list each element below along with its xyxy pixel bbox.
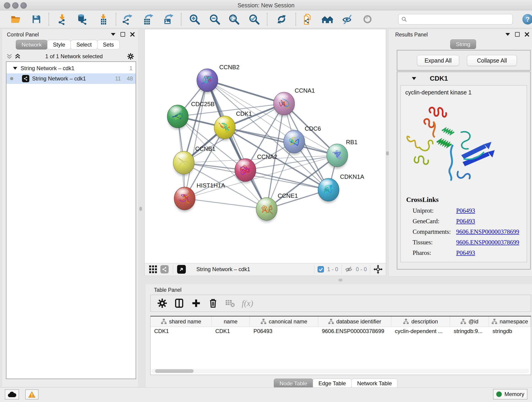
- collapse-all-chevrons-icon[interactable]: [6, 53, 13, 60]
- expand-all-button[interactable]: Expand All: [417, 55, 459, 66]
- tab-node-table[interactable]: Node Table: [274, 379, 313, 388]
- network-row-selected[interactable]: String Network – cdk1 11 48: [6, 73, 136, 84]
- network-node-CCNB2[interactable]: CCNB2: [197, 64, 239, 94]
- table-horizontal-scrollbar[interactable]: [152, 369, 529, 373]
- node-label: CCNB2: [219, 64, 239, 70]
- network-options-gear-icon[interactable]: [127, 53, 134, 60]
- float-panel-icon[interactable]: [120, 32, 125, 37]
- import-network-database-button[interactable]: [76, 13, 88, 26]
- network-canvas[interactable]: CCNB2CCNA1CDC25BCDK1CDC6RB1CCNB1CCNA2CDK…: [145, 29, 386, 275]
- grid-view-icon[interactable]: [149, 265, 157, 274]
- cloud-status-button[interactable]: [5, 389, 19, 400]
- table-cell-database-identifier[interactable]: 9606.ENSP00000378699: [318, 328, 391, 334]
- crosslink-compartments-link[interactable]: 9606.ENSP00000378699: [456, 228, 519, 235]
- gene-entry-header[interactable]: CDK1: [397, 72, 530, 85]
- table-cell-description[interactable]: cyclin-dependent ...: [391, 328, 450, 334]
- table-row[interactable]: CDK1CDK1P064939606.ENSP00000378699cyclin…: [151, 327, 531, 336]
- column-header-database-identifier[interactable]: database identifier: [318, 317, 391, 327]
- network-node-HIST1H1A[interactable]: HIST1H1A: [174, 182, 225, 212]
- show-columns-button[interactable]: [174, 298, 184, 308]
- right-splitter-handle[interactable]: [386, 151, 389, 155]
- help-button[interactable]: ?: [522, 14, 532, 25]
- column-header-name[interactable]: name: [212, 317, 250, 327]
- crosslink-tissues-link[interactable]: 9606.ENSP00000378699: [456, 239, 519, 246]
- close-panel-icon[interactable]: [525, 32, 529, 37]
- crosslink-genecard-link[interactable]: P06493: [456, 218, 475, 225]
- selected-checkbox-icon[interactable]: [317, 266, 324, 273]
- home-button[interactable]: [321, 13, 334, 26]
- delete-table-button[interactable]: [225, 298, 235, 308]
- table-cell-namespace[interactable]: stringdb: [489, 328, 531, 334]
- function-builder-button[interactable]: f(x): [242, 298, 253, 308]
- clone-network-button[interactable]: [301, 13, 313, 26]
- window-title: Session: New Session: [0, 0, 532, 11]
- memory-button[interactable]: Memory: [493, 389, 527, 400]
- zoom-fit-button[interactable]: [228, 13, 240, 26]
- close-panel-icon[interactable]: [130, 32, 135, 37]
- network-node-RB1[interactable]: RB1: [327, 139, 358, 169]
- import-network-file-button[interactable]: [56, 13, 68, 26]
- table-cell-shared-name[interactable]: CDK1: [151, 328, 212, 334]
- export-table-button[interactable]: [142, 13, 154, 26]
- tab-select[interactable]: Select: [70, 40, 97, 50]
- zoom-out-button[interactable]: [209, 13, 221, 26]
- collection-expand-icon[interactable]: [13, 66, 17, 70]
- crosslink-pharos-link[interactable]: P06493: [456, 249, 475, 256]
- import-table-file-button[interactable]: [97, 13, 109, 26]
- panel-menu-icon[interactable]: [505, 33, 510, 36]
- network-edge[interactable]: [185, 80, 207, 198]
- column-header--id[interactable]: @id: [450, 317, 489, 327]
- add-column-button[interactable]: [191, 298, 201, 308]
- navbar-separator: [173, 265, 173, 274]
- export-network-button[interactable]: [121, 13, 133, 26]
- export-image-button[interactable]: [162, 13, 174, 26]
- collapse-all-button[interactable]: Collapse All: [467, 55, 517, 66]
- delete-column-button[interactable]: [208, 298, 218, 308]
- search-input[interactable]: [409, 16, 510, 23]
- scrollbar-thumb[interactable]: [155, 369, 194, 373]
- expand-all-chevrons-icon[interactable]: [14, 53, 21, 60]
- string-view-icon[interactable]: [160, 265, 169, 274]
- crosslink-label: Pharos:: [413, 249, 431, 256]
- network-node-CDKN1A[interactable]: CDKN1A: [318, 173, 364, 203]
- table-settings-button[interactable]: [157, 298, 167, 308]
- zoom-in-button[interactable]: [188, 13, 201, 26]
- network-collection-row[interactable]: String Network – cdk1 1: [6, 63, 136, 73]
- open-session-button[interactable]: [10, 13, 22, 26]
- fit-crosshair-icon[interactable]: [374, 265, 383, 274]
- birdseye-view-icon[interactable]: [177, 265, 186, 274]
- tab-network[interactable]: Network: [16, 40, 47, 50]
- network-node-CCNE1[interactable]: CCNE1: [256, 192, 298, 222]
- left-splitter-handle[interactable]: [139, 207, 142, 211]
- crosslink-uniprot-link[interactable]: P06493: [456, 207, 475, 214]
- node-gloss: [177, 188, 189, 195]
- zoom-selected-button[interactable]: [248, 13, 260, 26]
- tab-style[interactable]: Style: [47, 40, 71, 50]
- network-graph[interactable]: CCNB2CCNA1CDC25BCDK1CDC6RB1CCNB1CCNA2CDK…: [145, 29, 386, 263]
- panel-menu-icon[interactable]: [111, 33, 115, 36]
- entry-collapse-icon[interactable]: [412, 77, 417, 80]
- hidden-eye-icon[interactable]: [345, 265, 353, 273]
- network-node-CCNA1[interactable]: CCNA1: [273, 87, 315, 117]
- network-edge[interactable]: [207, 80, 284, 104]
- show-graphics-details-button[interactable]: [361, 13, 374, 26]
- column-header-namespace[interactable]: namespace: [489, 317, 531, 327]
- table-cell-name[interactable]: CDK1: [212, 328, 250, 334]
- table-cell--id[interactable]: stringdb:9...: [450, 328, 489, 334]
- save-session-button[interactable]: [30, 13, 43, 26]
- column-header-shared-name[interactable]: shared name: [151, 317, 212, 327]
- column-header-canonical-name[interactable]: canonical name: [250, 317, 318, 327]
- warnings-button[interactable]: [25, 389, 38, 400]
- table-cell-canonical-name[interactable]: P06493: [250, 328, 318, 334]
- network-edge[interactable]: [185, 198, 267, 209]
- column-header-description[interactable]: description: [391, 317, 450, 327]
- tab-network-table[interactable]: Network Table: [351, 379, 398, 388]
- refresh-view-button[interactable]: [275, 13, 288, 26]
- hide-selected-button[interactable]: [341, 13, 354, 26]
- search-field[interactable]: [398, 14, 513, 25]
- horizontal-splitter-handle[interactable]: [338, 279, 342, 281]
- tab-string[interactable]: String: [450, 39, 476, 49]
- float-panel-icon[interactable]: [515, 32, 520, 37]
- tab-edge-table[interactable]: Edge Table: [313, 379, 352, 388]
- tab-sets[interactable]: Sets: [97, 40, 120, 50]
